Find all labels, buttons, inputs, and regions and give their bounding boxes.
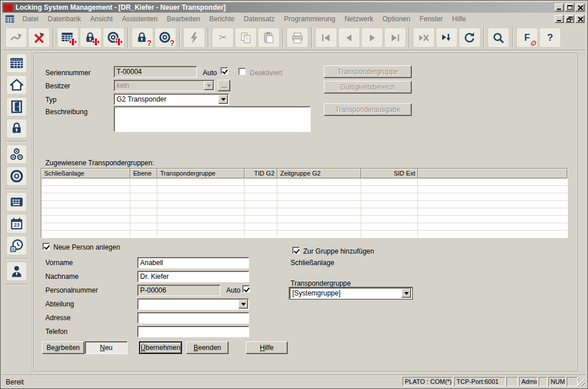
menu-optionen[interactable]: Optionen <box>378 13 415 25</box>
column-header-ebene[interactable]: Ebene <box>130 169 157 178</box>
disconnect-button[interactable] <box>28 28 50 48</box>
minimize-button[interactable] <box>555 3 564 11</box>
gueltigkeitsbereich-button[interactable]: Gültigkeitsbereich <box>324 81 412 94</box>
person-icon <box>9 264 24 279</box>
menu-hilfe[interactable]: Hilfe <box>447 13 470 25</box>
close-button[interactable] <box>575 3 585 11</box>
neu-button[interactable]: Neu <box>85 341 127 354</box>
paste-button[interactable] <box>258 28 280 48</box>
sidebar-item-persons[interactable] <box>6 262 27 281</box>
menu-netzwerk[interactable]: Netzwerk <box>340 13 378 25</box>
column-header-transpondergruppe[interactable]: Transpondergruppe <box>157 169 245 178</box>
refresh-button[interactable] <box>459 28 481 48</box>
menu-berichte[interactable]: Berichte <box>205 13 239 25</box>
last-record-button[interactable] <box>384 28 406 48</box>
chevron-down-icon[interactable] <box>238 299 248 309</box>
new-locking-system-button[interactable] <box>57 28 79 48</box>
goto-record-button[interactable] <box>436 28 458 48</box>
nachname-field[interactable] <box>137 271 249 282</box>
search-button[interactable] <box>488 28 509 48</box>
sidebar-item-locks[interactable] <box>6 119 27 138</box>
copy-button[interactable] <box>235 28 257 48</box>
chevron-down-icon[interactable] <box>218 95 228 104</box>
cancel-navigation-button[interactable] <box>413 28 435 48</box>
beenden-button[interactable]: Beenden <box>186 341 229 354</box>
transpondergruppe-label: Transpondergruppe <box>291 279 351 287</box>
read-lock-button[interactable]: ? <box>131 28 153 48</box>
transpondergruppe-combobox[interactable]: [Systemgruppe] <box>289 287 412 299</box>
mdi-close-button[interactable] <box>575 15 585 23</box>
sidebar-item-transponders[interactable] <box>6 166 27 186</box>
typ-combobox[interactable]: G2 Transponder <box>114 94 229 105</box>
typ-label: Typ <box>45 96 56 104</box>
menu-bearbeiten[interactable]: Bearbeiten <box>162 13 204 25</box>
read-transponder-button[interactable]: ? <box>154 28 176 48</box>
vorname-field[interactable] <box>137 257 249 269</box>
hilfe-button[interactable]: Hilfe <box>246 341 288 354</box>
toolbar-separator <box>179 27 180 48</box>
column-header-empty[interactable] <box>418 169 567 178</box>
deaktiviert-label: Deaktiviert <box>250 69 283 77</box>
mdi-restore-button[interactable] <box>565 15 574 23</box>
status-pane-empty-1 <box>506 377 518 386</box>
menu-assistenten[interactable]: Assistenten <box>117 13 162 25</box>
column-header-sid-ext[interactable]: SID Ext <box>361 169 418 178</box>
abteilung-combobox[interactable] <box>137 298 249 310</box>
column-header-zeitgruppe-g2[interactable]: Zeitgruppe G2 <box>277 169 361 178</box>
sidebar-item-time-zones[interactable] <box>6 236 27 255</box>
besitzer-combobox[interactable]: kein <box>114 80 215 91</box>
deaktiviert-checkbox[interactable] <box>238 68 246 75</box>
sidebar-item-doors[interactable] <box>6 97 27 116</box>
beschreibung-textarea[interactable] <box>114 106 311 132</box>
personalnummer-field[interactable] <box>137 285 220 296</box>
menu-datenbank[interactable]: Datenbank <box>43 13 86 25</box>
new-transponder-button[interactable] <box>103 28 125 48</box>
sidebar-item-transponder-groups[interactable] <box>6 145 27 164</box>
maximize-button[interactable] <box>565 3 574 11</box>
new-lock-button[interactable] <box>80 28 102 48</box>
besitzer-browse-button[interactable]: ... <box>218 80 230 91</box>
person-auto-checkbox[interactable] <box>242 285 250 293</box>
connect-button[interactable] <box>5 28 27 48</box>
sidebar-item-pincode[interactable] <box>6 192 27 212</box>
title-bar[interactable]: Locking System Management - [DR_Kiefer -… <box>2 2 586 13</box>
transponder-groups-table[interactable]: Schließanlage Ebene Transpondergruppe TI… <box>41 168 568 238</box>
resize-grip[interactable] <box>578 379 585 386</box>
help-button[interactable]: ? <box>539 28 561 48</box>
menu-ansicht[interactable]: Ansicht <box>86 13 117 25</box>
uebernehmen-button[interactable]: Übernehmen <box>139 341 182 354</box>
button-key: a <box>55 344 59 352</box>
cut-button[interactable]: ✂ <box>212 28 234 48</box>
program-button[interactable] <box>183 28 205 48</box>
transponderausgabe-button[interactable]: Transponderausgabe <box>324 103 412 116</box>
mdi-minimize-button[interactable] <box>555 15 564 23</box>
previous-record-button[interactable] <box>338 28 360 48</box>
column-header-schliessanlage[interactable]: Schließanlage <box>41 169 130 178</box>
button-text: eenden <box>198 344 221 352</box>
column-header-tid-g2[interactable]: TID G2 <box>245 169 277 178</box>
menu-programmierung[interactable]: Programmierung <box>280 13 340 25</box>
clock-icon <box>9 238 24 253</box>
print-button[interactable] <box>287 28 308 48</box>
mdi-document-icon[interactable] <box>5 15 14 23</box>
menu-fenster[interactable]: Fenster <box>415 13 448 25</box>
telefon-field[interactable] <box>137 326 249 337</box>
filter-settings-button[interactable]: F⚙ <box>516 28 538 48</box>
menu-datensatz[interactable]: Datensatz <box>239 13 280 25</box>
adresse-field[interactable] <box>137 312 249 324</box>
bearbeiten-button[interactable]: Bearbeiten <box>42 341 84 354</box>
next-record-button[interactable] <box>361 28 383 48</box>
neue-person-checkbox[interactable] <box>42 243 50 250</box>
abteilung-label: Abteilung <box>45 300 74 308</box>
sidebar-item-matrix[interactable] <box>6 53 27 73</box>
seriennummer-field[interactable] <box>114 66 197 77</box>
auto-checkbox[interactable] <box>220 67 228 75</box>
chevron-down-icon[interactable] <box>204 81 214 90</box>
first-record-button[interactable] <box>315 28 337 48</box>
sidebar-item-areas[interactable] <box>6 75 27 95</box>
transpondergruppe-button[interactable]: Transpondergruppe <box>324 65 412 78</box>
zur-gruppe-checkbox[interactable] <box>292 247 300 254</box>
sidebar-item-calendar[interactable]: 23 <box>6 214 27 234</box>
menu-datei[interactable]: Datei <box>18 13 43 25</box>
chevron-down-icon[interactable] <box>401 289 411 298</box>
